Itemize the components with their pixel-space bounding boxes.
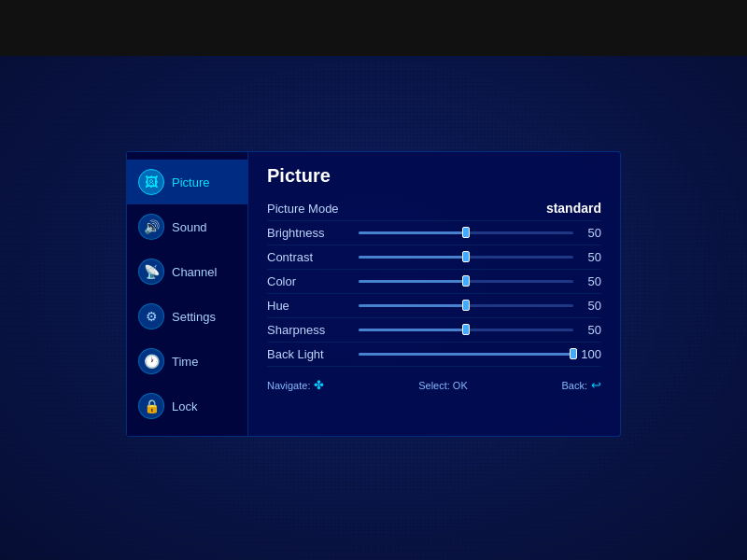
navigate-icon: ✤ <box>314 378 324 392</box>
brightness-thumb <box>462 227 470 238</box>
picture-label: Picture <box>172 175 209 189</box>
top-bar <box>0 0 747 56</box>
channel-label: Channel <box>172 265 217 279</box>
settings-grid: Picture Mode standard Brightness 50 Cont… <box>267 196 601 367</box>
color-label: Color <box>267 274 351 288</box>
sound-icon: 🔊 <box>138 214 164 240</box>
sidebar-item-picture[interactable]: 🖼 Picture <box>127 160 247 204</box>
hue-label: Hue <box>267 299 351 313</box>
slider-rows-container: Brightness 50 Contrast 50 Color <box>267 221 601 367</box>
hue-value: 50 <box>573 299 601 313</box>
sidebar-item-channel[interactable]: 📡 Channel <box>127 249 247 294</box>
picture-mode-row: Picture Mode standard <box>267 196 601 221</box>
settings-icon: ⚙ <box>138 303 164 329</box>
brightness-fill <box>359 231 466 234</box>
backlight-thumb <box>570 348 577 359</box>
footer-bar: Navigate: ✤ Select: OK Back: ↩ <box>267 374 601 392</box>
back-label: Back: <box>561 380 587 391</box>
picture-mode-label: Picture Mode <box>267 202 351 216</box>
contrast-thumb <box>462 251 470 262</box>
sharpness-track <box>359 329 573 331</box>
sidebar-item-lock[interactable]: 🔒 Lock <box>127 384 247 428</box>
hue-fill <box>359 304 466 307</box>
navigate-label: Navigate: <box>267 380 310 391</box>
setting-row-backlight: Back Light 100 <box>267 343 601 367</box>
picture-icon: 🖼 <box>138 169 164 195</box>
backlight-slider[interactable] <box>359 353 573 356</box>
hue-thumb <box>462 300 470 311</box>
sharpness-label: Sharpness <box>267 323 351 337</box>
hue-slider[interactable] <box>359 304 573 307</box>
menu-container: 🖼 Picture 🔊 Sound 📡 Channel ⚙ Settings 🕐… <box>126 151 621 437</box>
select-hint: Select: OK <box>418 378 468 392</box>
hue-track <box>359 304 573 307</box>
lock-label: Lock <box>172 399 197 413</box>
sharpness-thumb <box>462 324 470 335</box>
sharpness-fill <box>359 329 466 331</box>
setting-row-sharpness: Sharpness 50 <box>267 318 601 343</box>
contrast-value: 50 <box>573 250 601 264</box>
lock-icon: 🔒 <box>138 393 164 419</box>
backlight-fill <box>359 353 573 356</box>
back-icon: ↩ <box>591 378 601 392</box>
sound-label: Sound <box>172 220 207 234</box>
sidebar-item-time[interactable]: 🕐 Time <box>127 339 247 384</box>
setting-row-contrast: Contrast 50 <box>267 245 601 270</box>
setting-row-hue: Hue 50 <box>267 294 601 318</box>
settings-label: Settings <box>172 310 216 324</box>
sidebar: 🖼 Picture 🔊 Sound 📡 Channel ⚙ Settings 🕐… <box>127 152 248 436</box>
sidebar-item-sound[interactable]: 🔊 Sound <box>127 204 247 249</box>
color-fill <box>359 280 466 283</box>
setting-row-color: Color 50 <box>267 270 601 294</box>
navigate-hint: Navigate: ✤ <box>267 378 324 392</box>
back-hint: Back: ↩ <box>561 378 601 392</box>
brightness-label: Brightness <box>267 226 351 240</box>
color-track <box>359 280 573 283</box>
contrast-fill <box>359 256 466 259</box>
backlight-label: Back Light <box>267 347 351 361</box>
channel-icon: 📡 <box>138 259 164 285</box>
brightness-track <box>359 231 573 234</box>
content-panel: Picture Picture Mode standard Brightness… <box>248 152 620 436</box>
setting-row-brightness: Brightness 50 <box>267 221 601 245</box>
sharpness-value: 50 <box>573 323 601 337</box>
sidebar-item-settings[interactable]: ⚙ Settings <box>127 294 247 339</box>
contrast-slider[interactable] <box>359 256 573 259</box>
color-thumb <box>462 275 470 287</box>
color-slider[interactable] <box>359 280 573 283</box>
color-value: 50 <box>573 274 601 288</box>
sharpness-slider[interactable] <box>359 329 573 331</box>
contrast-track <box>359 256 573 259</box>
time-label: Time <box>172 355 198 369</box>
picture-mode-value: standard <box>546 201 601 216</box>
backlight-track <box>359 353 573 356</box>
brightness-value: 50 <box>573 226 601 240</box>
backlight-value: 100 <box>573 347 601 361</box>
panel-title: Picture <box>267 165 601 187</box>
select-label: Select: OK <box>418 380 468 391</box>
contrast-label: Contrast <box>267 250 351 264</box>
brightness-slider[interactable] <box>359 231 573 234</box>
time-icon: 🕐 <box>138 348 164 374</box>
